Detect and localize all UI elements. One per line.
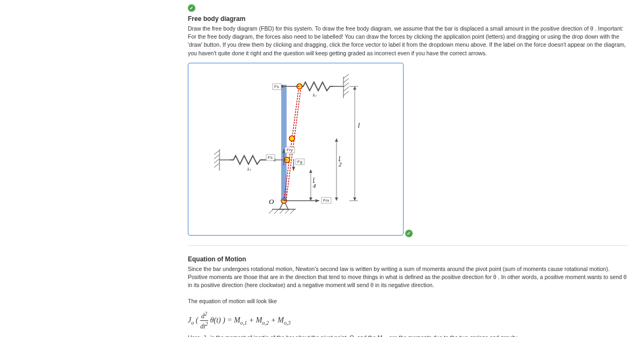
- svg-line-9: [343, 83, 349, 87]
- svg-marker-48: [335, 197, 338, 201]
- svg-marker-43: [309, 197, 312, 201]
- eq-after: Here, Jₒ is the moment of inertia of the…: [188, 334, 628, 337]
- diagram-check-icon: ✓: [405, 230, 413, 237]
- svg-text:l: l: [313, 176, 314, 182]
- svg-point-24: [289, 136, 295, 141]
- svg-line-15: [274, 209, 279, 214]
- svg-marker-53: [353, 197, 356, 201]
- svg-line-17: [285, 209, 289, 214]
- label-l: l: [358, 122, 360, 129]
- svg-line-2: [214, 155, 219, 159]
- label-k1: k₁: [247, 167, 251, 172]
- svg-text:l: l: [339, 155, 340, 161]
- fbd-diagram[interactable]: k₁ k₂: [188, 63, 404, 236]
- svg-line-1: [214, 150, 219, 155]
- svg-marker-39: [316, 199, 319, 202]
- fbd-title: Free body diagram: [188, 15, 628, 23]
- svg-marker-36: [292, 167, 295, 171]
- svg-line-22: [286, 86, 301, 201]
- eom-para1: Since the bar undergoes rotational motio…: [188, 265, 628, 290]
- svg-line-4: [214, 163, 219, 167]
- check-icon: ✓: [188, 4, 195, 12]
- label-origin: O: [269, 197, 274, 206]
- svg-rect-20: [281, 85, 287, 201]
- label-fg: Fg: [297, 159, 302, 164]
- svg-line-16: [280, 209, 284, 214]
- divider: [188, 245, 628, 246]
- svg-line-8: [343, 78, 349, 83]
- svg-marker-42: [309, 170, 312, 173]
- fbd-instructions: Draw the free body diagram (FBD) for thi…: [188, 25, 628, 57]
- svg-text:2: 2: [339, 161, 342, 167]
- label-fs-mid: Fs: [268, 155, 273, 160]
- svg-text:4: 4: [313, 182, 316, 189]
- svg-marker-52: [353, 86, 356, 90]
- svg-line-7: [343, 74, 349, 78]
- svg-marker-47: [335, 138, 338, 142]
- label-fs-top: Fs: [274, 84, 279, 89]
- eom-title: Equation of Motion: [188, 255, 628, 263]
- svg-line-10: [343, 87, 349, 91]
- svg-line-3: [214, 159, 219, 163]
- eq-intro: The equation of motion will look like: [188, 297, 628, 305]
- label-fry: Fry: [287, 148, 293, 152]
- label-k2: k₂: [313, 93, 317, 98]
- svg-line-14: [269, 209, 273, 214]
- svg-line-11: [343, 91, 349, 96]
- svg-line-18: [290, 209, 295, 214]
- equation-of-motion: Jo ( d2dt2 θ(t) ) = Mo,1 + Mo,2 + Mo,3: [188, 311, 628, 331]
- label-frx: Frx: [323, 198, 330, 203]
